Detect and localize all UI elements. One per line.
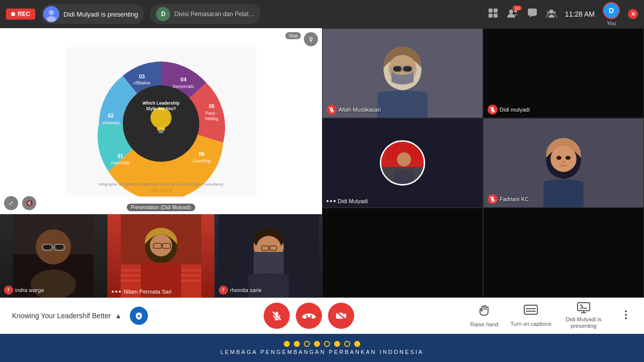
mute-presentation-btn[interactable]: 🔇 — [22, 196, 36, 210]
svg-text:Visionary: Visionary — [102, 120, 120, 125]
svg-rect-5 — [489, 14, 493, 18]
presenter-name: Didi Mulyadi is presenting — [63, 11, 138, 18]
svg-point-37 — [36, 229, 71, 264]
banner-dot-7 — [344, 341, 350, 347]
more-dots-nilam — [112, 291, 121, 293]
rec-dot — [11, 12, 15, 16]
time-display: 11:28 AM — [565, 10, 595, 18]
name-text-afiah: Afiah Mustikasari — [339, 107, 381, 113]
tile-rheinita: 🎙 rheinita sarie — [215, 214, 322, 298]
svg-point-85 — [550, 146, 577, 172]
svg-point-112 — [625, 317, 627, 319]
name-badge-nilam: Nilam Permata Sari — [112, 289, 172, 295]
name-indra: indra warga — [15, 287, 44, 293]
captions-label: Turn on captions — [510, 321, 551, 327]
svg-point-97 — [303, 316, 306, 319]
svg-text:Pace -: Pace - — [205, 111, 218, 116]
svg-text:Infographic on Different Leade: Infographic on Different Leadership Styl… — [99, 182, 223, 187]
presenting-action[interactable]: Didi Mulyadi is presenting — [564, 302, 604, 329]
svg-point-11 — [547, 11, 550, 14]
banner-dots — [284, 341, 360, 347]
main-video-area: Which Leadership Style Are You? 01 Autoc… — [0, 28, 644, 298]
participants-icon[interactable]: 10 — [507, 8, 519, 21]
tile-didi-mulyadi: Didi mulyadi — [483, 28, 644, 118]
chat-icon[interactable] — [527, 8, 538, 21]
name-badge-rheinita: 🎙 rheinita sarie — [219, 286, 262, 295]
svg-point-39 — [55, 244, 63, 249]
participants-count: 10 — [513, 6, 522, 11]
svg-point-66 — [393, 66, 402, 72]
presentation-label: Presentation (Didi Mulyadi) — [127, 204, 195, 211]
svg-rect-6 — [494, 14, 498, 18]
captions-icon — [524, 305, 538, 319]
svg-text:Autocratic: Autocratic — [111, 160, 130, 165]
banner-dot-3 — [304, 341, 310, 347]
banner-dot-5 — [324, 341, 330, 347]
rec-badge: REC — [6, 9, 35, 20]
svg-rect-3 — [489, 9, 493, 13]
left-section: Which Leadership Style Are You? 01 Autoc… — [0, 28, 322, 298]
top-right-controls: 10 11:28 AM D You — [488, 2, 638, 26]
svg-rect-99 — [307, 315, 310, 317]
svg-rect-106 — [578, 303, 590, 311]
svg-point-12 — [553, 11, 556, 14]
svg-point-88 — [561, 160, 566, 163]
meeting-title-expand[interactable]: ▲ — [115, 312, 122, 320]
video-toggle-button[interactable] — [328, 303, 354, 329]
security-button[interactable] — [130, 307, 148, 325]
presentation-controls: ⤢ 🔇 — [4, 196, 36, 210]
captions-action[interactable]: Turn on captions — [510, 305, 551, 327]
tile-nilam: Nilam Permata Sari — [108, 214, 215, 298]
more-dots-didi — [327, 200, 336, 202]
activities-icon[interactable] — [546, 8, 557, 21]
mic-toggle-small[interactable]: 🎙 — [304, 32, 318, 46]
svg-rect-16 — [158, 130, 164, 132]
svg-rect-9 — [528, 9, 537, 16]
end-call-button[interactable] — [296, 303, 322, 329]
mute-button[interactable] — [264, 303, 290, 329]
svg-point-111 — [625, 314, 627, 316]
grid-view-icon[interactable] — [488, 8, 499, 21]
banner-dot-6 — [334, 341, 340, 347]
svg-text:06: 06 — [199, 151, 205, 157]
presenting-icon — [577, 302, 591, 315]
also-here-info: D Divisi Pemasaran dan Pelatihan 2 ... i… — [150, 4, 261, 24]
svg-text:Setting: Setting — [205, 116, 218, 121]
svg-point-86 — [556, 156, 561, 160]
presentation-pane: Which Leadership Style Are You? 01 Autoc… — [0, 28, 322, 214]
notification-close[interactable]: ✕ — [628, 9, 638, 19]
muted-icon-rheinita: 🎙 — [219, 286, 228, 295]
meeting-title-area: Knowing Your Leadershif Better ▲ — [12, 307, 148, 325]
more-options-button[interactable] — [620, 309, 632, 323]
bottom-banner: LEMBAGA PENGEMBANGAN PERBANKAN INDONESIA — [0, 334, 644, 362]
svg-point-110 — [625, 310, 627, 312]
svg-text:Style Are You?: Style Are You? — [146, 106, 176, 111]
svg-point-38 — [43, 244, 51, 249]
toolbar-center-controls — [148, 303, 470, 329]
svg-text:02: 02 — [108, 113, 114, 119]
raise-hand-action[interactable]: Raise hand — [470, 304, 499, 327]
name-text-didi-mulyadi: Didi mulyadi — [500, 107, 530, 113]
svg-text:Which Leadership: Which Leadership — [142, 101, 180, 106]
user-avatar: D — [603, 2, 620, 19]
name-badge-afiah: Afiah Mustikasari — [327, 105, 381, 115]
tile-didi-circle: Didi Mulyadi — [322, 118, 483, 208]
mic-label-small: Stop — [285, 32, 301, 39]
muted-icon-didi-mulyadi — [488, 105, 498, 115]
expand-presentation-btn[interactable]: ⤢ — [4, 196, 18, 210]
svg-point-1 — [49, 10, 54, 15]
toolbar-right-actions: Raise hand Turn on captions — [470, 302, 632, 329]
name-text-didi-circle: Didi Mulyadi — [338, 198, 368, 204]
presentation-content: Which Leadership Style Are You? 01 Autoc… — [0, 28, 322, 214]
tile-afiah: Afiah Mustikasari — [322, 28, 483, 118]
muted-icon-afiah — [327, 105, 337, 115]
svg-text:03: 03 — [139, 74, 145, 79]
svg-point-2 — [47, 16, 56, 22]
name-badge-didi-circle: Didi Mulyadi — [327, 198, 368, 204]
tile-empty-bl — [322, 208, 483, 298]
svg-text:04: 04 — [181, 77, 187, 82]
svg-point-67 — [403, 66, 412, 72]
presenting-label: Didi Mulyadi is presenting — [564, 316, 604, 329]
name-text-fadriani: Fadriani KC — [500, 196, 529, 202]
svg-text:Affiliative: Affiliative — [133, 80, 150, 85]
